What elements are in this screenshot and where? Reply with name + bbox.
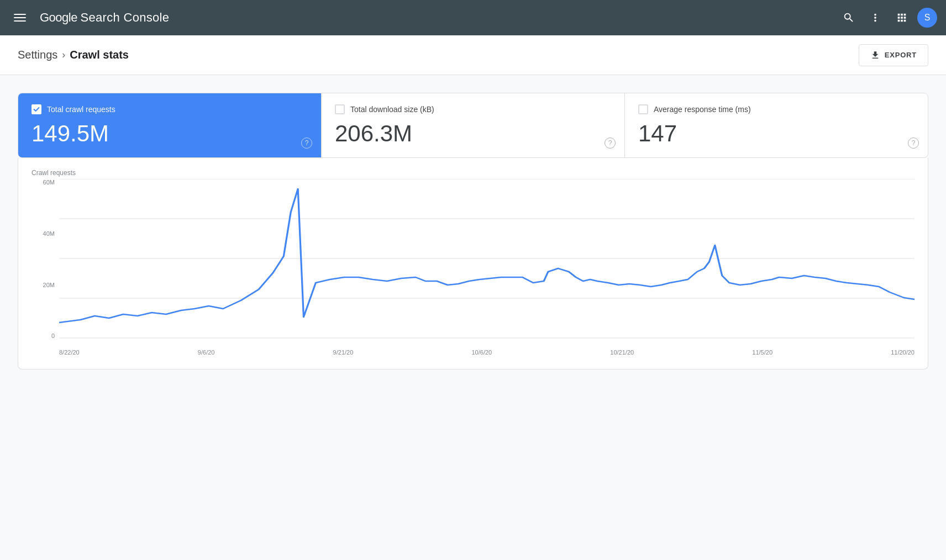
apps-button[interactable] (891, 7, 913, 29)
stat-card-total-download-size: Total download size (kB) 206.3M ? (322, 93, 625, 157)
download-icon (870, 50, 880, 60)
header-right: S (838, 7, 937, 29)
stat-checkbox-2[interactable] (335, 104, 345, 114)
chart-y-axis: 60M 40M 20M 0 (31, 179, 59, 339)
export-label: EXPORT (885, 51, 917, 59)
stat-card-avg-response-time: Average response time (ms) 147 ? (625, 93, 928, 157)
more-vert-icon (869, 12, 881, 24)
y-label-20m: 20M (43, 282, 55, 288)
title-rest: Search Console (81, 10, 170, 24)
x-label-115: 11/5/20 (752, 349, 772, 356)
stat-help-icon-3[interactable]: ? (908, 138, 919, 149)
y-label-60m: 60M (43, 179, 55, 186)
search-icon (843, 12, 855, 24)
search-button[interactable] (838, 7, 860, 29)
chart-area: 60M 40M 20M 0 (31, 179, 915, 356)
apps-grid-icon (896, 12, 908, 24)
stat-checkbox-1[interactable] (31, 104, 41, 114)
more-options-button[interactable] (864, 7, 886, 29)
x-label-822: 8/22/20 (59, 349, 80, 356)
app-title: Google Search Console (40, 10, 169, 25)
stat-card-title-1: Total crawl requests (47, 105, 115, 114)
export-button[interactable]: EXPORT (859, 44, 928, 66)
stat-card-header-1: Total crawl requests (31, 104, 308, 114)
stat-value-1: 149.5M (31, 121, 308, 146)
breadcrumb: Settings › Crawl stats (18, 49, 129, 61)
stat-card-header-2: Total download size (kB) (335, 104, 611, 114)
chart-y-axis-label: Crawl requests (31, 169, 915, 177)
avatar[interactable]: S (917, 8, 937, 28)
main-content: Total crawl requests 149.5M ? Total down… (0, 75, 946, 387)
chart-plot-area (59, 179, 915, 339)
stat-help-icon-2[interactable]: ? (605, 138, 616, 149)
stat-card-total-crawl-requests: Total crawl requests 149.5M ? (18, 93, 322, 157)
breadcrumb-current-page: Crawl stats (70, 49, 129, 61)
breadcrumb-separator: › (62, 49, 65, 61)
hamburger-icon (9, 9, 30, 26)
x-label-1021: 10/21/20 (610, 349, 634, 356)
stat-checkbox-3[interactable] (638, 104, 648, 114)
stat-value-2: 206.3M (335, 121, 611, 146)
x-label-106: 10/6/20 (471, 349, 492, 356)
stat-card-title-3: Average response time (ms) (654, 105, 751, 114)
x-label-1120: 11/20/20 (891, 349, 915, 356)
y-label-40m: 40M (43, 230, 55, 237)
y-label-0: 0 (51, 332, 55, 339)
header: Google Search Console S (0, 0, 946, 35)
breadcrumb-bar: Settings › Crawl stats EXPORT (0, 35, 946, 75)
stat-help-icon-1[interactable]: ? (301, 138, 312, 149)
chart-svg (59, 179, 915, 339)
title-google: Google (40, 10, 77, 24)
stats-container: Total crawl requests 149.5M ? Total down… (18, 93, 928, 158)
stat-value-3: 147 (638, 121, 915, 146)
header-left: Google Search Console (9, 7, 169, 29)
breadcrumb-settings-link[interactable]: Settings (18, 49, 57, 61)
x-label-921: 9/21/20 (333, 349, 354, 356)
checkbox-check-icon (33, 106, 40, 113)
chart-x-axis: 8/22/20 9/6/20 9/21/20 10/6/20 10/21/20 … (59, 339, 915, 356)
stat-card-title-2: Total download size (kB) (350, 105, 434, 114)
hamburger-menu-button[interactable] (9, 7, 31, 29)
x-label-96: 9/6/20 (198, 349, 215, 356)
chart-container: Crawl requests 60M 40M 20M 0 (18, 158, 928, 369)
stat-card-header-3: Average response time (ms) (638, 104, 915, 114)
